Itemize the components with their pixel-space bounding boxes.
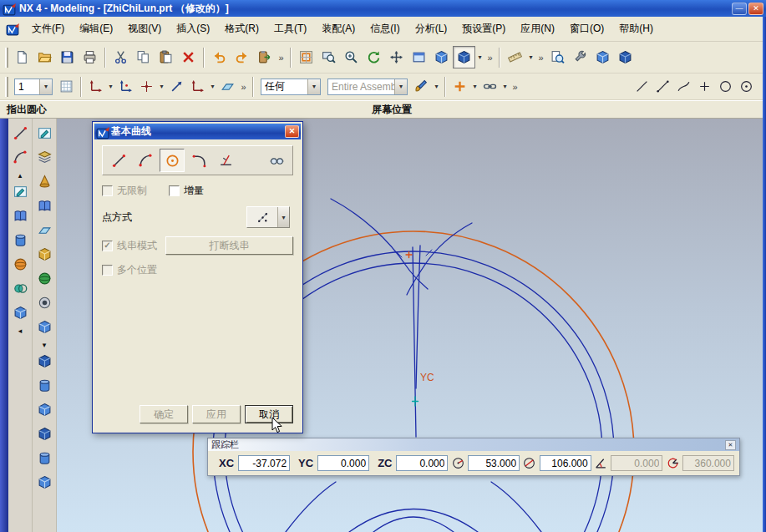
boss-button[interactable] [33,398,55,420]
sphere-button[interactable] [9,253,31,275]
book-button[interactable] [33,195,55,216]
trim-mode-button[interactable] [213,149,238,172]
view-window-button[interactable] [408,46,430,68]
revolve-button[interactable] [33,350,55,372]
groove-button[interactable] [33,471,55,493]
menu-file[interactable]: 文件(F) [24,18,72,39]
type-filter-combo[interactable]: 任何 ▾ [261,79,321,95]
menu-window[interactable]: 窗口(O) [562,18,611,39]
measure-dropdown[interactable]: ▾ [526,53,535,61]
sketch-button[interactable] [9,180,31,202]
open-button[interactable] [33,46,56,68]
cut-button[interactable] [109,46,132,68]
chevron-down-icon[interactable]: ▾ [39,79,52,94]
snap-point-button[interactable] [115,76,136,97]
menu-assemblies[interactable]: 装配(A) [314,18,363,39]
toolbar-more-up[interactable]: ▴ [8,171,32,180]
display-mode-dropdown[interactable]: ▾ [475,53,484,61]
datum-plane-button[interactable] [33,219,55,241]
hole-button[interactable] [33,291,55,313]
print-button[interactable] [79,46,101,68]
measure-button[interactable] [504,46,526,68]
pocket-button[interactable] [33,423,55,444]
cancel-button[interactable]: 取消 [245,405,293,423]
repeat-paste-button[interactable] [253,46,276,68]
arc-button[interactable] [9,146,31,168]
point-tool-button[interactable] [694,76,715,97]
tracking-bar-title-strip[interactable]: 跟踪栏 ✕ [208,438,739,451]
fillet-mode-button[interactable] [186,149,211,172]
save-button[interactable] [56,46,79,68]
chevron-down-icon[interactable]: ▾ [307,79,320,94]
point-constructor-button[interactable] [136,76,157,97]
curve-book-button[interactable] [9,205,31,226]
menu-format[interactable]: 格式(R) [217,18,266,39]
sphere-feature-button[interactable] [33,267,55,289]
menu-help[interactable]: 帮助(H) [611,18,661,39]
yc-input[interactable] [317,455,369,471]
menu-tools[interactable]: 工具(T) [266,18,314,39]
chevron-down-icon[interactable]: ▾ [277,207,289,227]
paste-button[interactable] [155,46,177,68]
point-dialog-button[interactable] [264,149,289,172]
tracking-close-button[interactable]: ✕ [725,440,736,450]
wcs-dropdown[interactable]: ▾ [106,83,115,90]
add-to-selection-button[interactable] [449,76,470,97]
zoom-in-out-button[interactable] [340,46,363,68]
layers-button[interactable] [33,146,55,168]
menu-analysis[interactable]: 分析(L) [408,18,455,39]
link-dropdown[interactable]: ▾ [500,83,510,90]
selection-dropdown[interactable]: ▾ [470,83,479,90]
circle-center-tool-button[interactable] [736,76,757,97]
line-button[interactable] [9,122,31,144]
overflow-chevron[interactable]: » [535,53,546,63]
new-button[interactable] [11,46,33,68]
copy-button[interactable] [132,46,155,68]
line-mode-button[interactable] [106,149,131,172]
fit-view-button[interactable] [295,46,317,68]
layer-settings-button[interactable] [56,76,77,97]
pan-view-button[interactable] [385,46,408,68]
extrude-button[interactable] [33,316,55,337]
point-dropdown[interactable]: ▾ [157,83,166,90]
display-mode-button[interactable] [453,46,475,68]
pad-button[interactable] [33,447,55,469]
highlight-button[interactable] [411,76,432,97]
plane-constructor-button[interactable] [217,76,238,97]
toolbar-handle[interactable] [5,77,8,97]
circle-tool-button[interactable] [715,76,736,97]
circle-mode-button[interactable] [160,149,185,172]
close-button[interactable]: ✕ [748,3,763,15]
csys-dropdown[interactable]: ▾ [208,83,217,90]
interpart-link-button[interactable] [479,76,500,97]
block-button[interactable] [9,301,31,323]
delete-button[interactable] [177,46,200,68]
overflow-chevron[interactable]: » [238,82,249,92]
menu-application[interactable]: 应用(N) [513,18,562,39]
wcs-dynamics-button[interactable] [85,76,106,97]
xc-input[interactable] [238,455,290,471]
increment-checkbox[interactable]: 增量 [169,184,204,198]
toolbar-handle[interactable] [5,48,8,68]
zoom-document-button[interactable] [546,46,569,68]
customize-tools-button[interactable] [569,46,591,68]
overflow-chevron[interactable]: » [276,53,287,63]
display-options-button[interactable] [614,46,637,68]
radius-input[interactable] [468,455,520,471]
cylinder-button[interactable] [9,229,31,251]
dialog-close-button[interactable]: ✕ [285,125,299,138]
toolbar-more-down[interactable]: ▾ [33,341,56,349]
zc-input[interactable] [396,455,448,471]
menu-preferences[interactable]: 预设置(P) [454,18,513,39]
arc-mode-button[interactable] [133,149,158,172]
menu-insert[interactable]: 插入(S) [169,18,217,39]
diameter-input[interactable] [540,455,591,471]
sketch-feature-button[interactable] [33,122,55,144]
redo-button[interactable] [231,46,253,68]
cylinder-feature-button[interactable] [33,374,55,396]
vector-constructor-button[interactable] [166,76,187,97]
overflow-chevron[interactable]: » [510,82,520,92]
collapse-button[interactable]: ◂ [8,327,32,335]
line-tool-button[interactable] [632,76,652,97]
dialog-title-bar[interactable]: 基本曲线 ✕ [94,124,301,139]
